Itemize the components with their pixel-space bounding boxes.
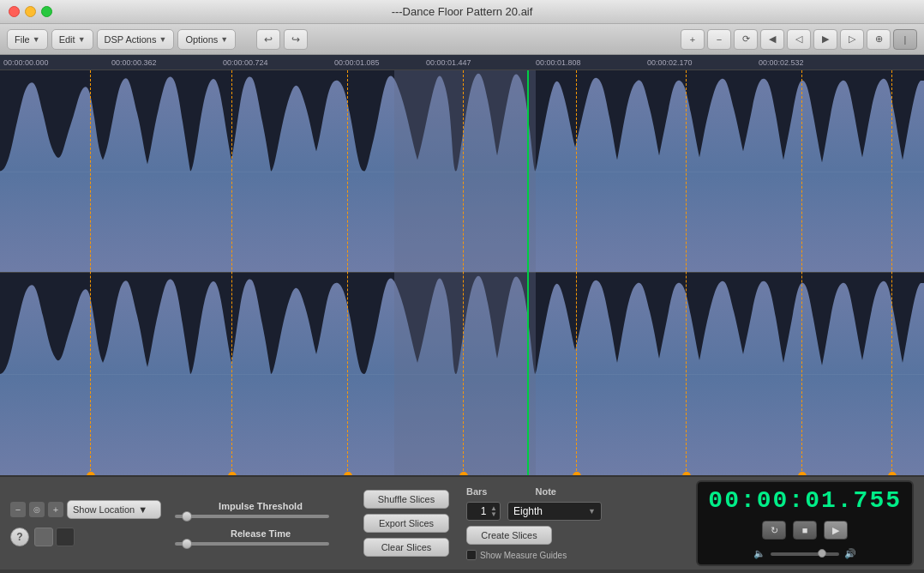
slice-marker-1[interactable]: [90, 70, 91, 475]
waveform-container[interactable]: 00:00:00.000 00:00:00.362 00:00:00.724 0…: [0, 55, 924, 475]
volume-thumb[interactable]: [818, 549, 826, 558]
bars-value: 1: [481, 505, 487, 517]
zoom-row: − ◎ + Show Location ▼: [10, 500, 161, 519]
show-measure-row: Show Measure Guides: [466, 550, 602, 560]
timeline-ruler: 00:00:00.000 00:00:00.362 00:00:00.724 0…: [0, 55, 924, 70]
options-menu[interactable]: Options ▼: [177, 29, 236, 50]
time-5: 00:00:01.808: [536, 58, 581, 67]
window-controls: [9, 6, 52, 17]
tool-zoom[interactable]: ▷: [840, 29, 864, 50]
note-value: Eighth: [513, 505, 543, 517]
toolbar: File ▼ Edit ▼ DSP Actions ▼ Options ▼ ↩ …: [0, 24, 924, 55]
dsp-arrow: ▼: [159, 35, 167, 44]
shuffle-slices-btn[interactable]: Shuffle Slices: [363, 490, 449, 509]
volume-high-icon: 🔊: [844, 548, 856, 559]
waveform-top: [0, 70, 924, 272]
impulse-threshold-row: Impulse Threshold: [175, 501, 346, 518]
tool-shear[interactable]: ◁: [787, 29, 811, 50]
slice-buttons: Shuffle Slices Export Slices Clear Slice…: [363, 490, 449, 557]
playhead: [527, 70, 529, 475]
note-select-arrow: ▼: [588, 507, 596, 516]
tool-cursor[interactable]: |: [893, 29, 917, 50]
dsp-actions-label: DSP Actions: [105, 34, 157, 45]
timer-display: 00:00:01.755 ↻ ■ ▶ 🔈 🔊: [696, 480, 914, 566]
transport-controls: ↻ ■ ▶: [762, 521, 848, 540]
loop-btn[interactable]: ↻: [762, 521, 786, 540]
bars-down-arrow[interactable]: ▼: [490, 510, 497, 518]
release-time-row: Release Time: [175, 528, 346, 546]
tool-loop[interactable]: ⟳: [734, 29, 758, 50]
bars-note-inputs: 1 ▲ ▼ Eighth ▼: [466, 502, 602, 521]
play-btn[interactable]: ▶: [824, 521, 848, 540]
zoom-fit-btn[interactable]: ◎: [29, 502, 45, 517]
dsp-actions-menu[interactable]: DSP Actions ▼: [97, 29, 175, 50]
impulse-threshold-thumb[interactable]: [182, 511, 192, 522]
release-time-thumb[interactable]: [182, 539, 192, 549]
slice-marker-6[interactable]: [686, 70, 687, 475]
stop-btn[interactable]: ■: [793, 521, 817, 540]
location-label: Show Location: [73, 504, 135, 515]
slice-marker-4[interactable]: [463, 70, 464, 475]
minimize-btn[interactable]: [25, 6, 36, 17]
time-1: 00:00:00.362: [111, 58, 157, 67]
maximize-btn[interactable]: [41, 6, 52, 17]
view-btn-1[interactable]: [34, 528, 53, 546]
time-2: 00:00:00.724: [223, 58, 268, 67]
center-controls: Impulse Threshold Release Time: [175, 501, 346, 546]
file-arrow: ▼: [33, 35, 40, 44]
time-0: 00:00:00.000: [3, 58, 49, 67]
impulse-threshold-slider[interactable]: [175, 515, 329, 518]
tool-subtract[interactable]: −: [707, 29, 731, 50]
tool-next[interactable]: ▶: [813, 29, 837, 50]
edit-arrow: ▼: [78, 35, 86, 44]
time-7: 00:00:02.532: [759, 58, 804, 67]
right-tools: + − ⟳ ◀ ◁ ▶ ▷ ⊕ |: [681, 29, 917, 50]
slice-marker-5[interactable]: [576, 70, 577, 475]
bars-spinner[interactable]: 1 ▲ ▼: [466, 502, 501, 521]
view-btn-2[interactable]: [56, 528, 75, 546]
zoom-out-btn[interactable]: −: [10, 502, 26, 517]
release-time-label: Release Time: [175, 528, 346, 539]
bars-note-section: Bars Note 1 ▲ ▼ Eighth ▼ Create Slices S…: [466, 486, 602, 560]
slice-marker-8[interactable]: [891, 70, 892, 475]
tool-add[interactable]: +: [681, 29, 705, 50]
slice-marker-2[interactable]: [231, 70, 232, 475]
time-4: 00:00:01.447: [426, 58, 471, 67]
channel-bottom: [0, 273, 924, 475]
impulse-threshold-label: Impulse Threshold: [175, 501, 346, 511]
redo-button[interactable]: ↪: [284, 29, 308, 50]
slice-marker-7[interactable]: [801, 70, 802, 475]
undo-button[interactable]: ↩: [256, 29, 280, 50]
view-buttons: [34, 528, 75, 546]
titlebar: ---Dance Floor Pattern 20.aif: [0, 0, 924, 24]
zoom-in-btn[interactable]: +: [48, 502, 63, 517]
left-controls: − ◎ + Show Location ▼ ?: [10, 500, 161, 546]
play-icon: ▶: [832, 525, 839, 536]
tool-info[interactable]: ⊕: [867, 29, 891, 50]
help-view-row: ?: [10, 528, 75, 546]
export-slices-btn[interactable]: Export Slices: [363, 514, 449, 533]
edit-label: Edit: [59, 34, 75, 45]
tool-prev[interactable]: ◀: [760, 29, 784, 50]
help-button[interactable]: ?: [10, 528, 29, 546]
bars-label: Bars: [466, 486, 487, 497]
bars-note-header: Bars Note: [466, 486, 602, 497]
volume-row: 🔈 🔊: [753, 548, 856, 559]
note-label: Note: [535, 486, 555, 497]
volume-slider[interactable]: [771, 552, 839, 556]
show-measure-checkbox[interactable]: [466, 550, 477, 560]
channel-top: [0, 70, 924, 273]
note-select[interactable]: Eighth ▼: [507, 502, 602, 521]
clear-slices-btn[interactable]: Clear Slices: [363, 538, 449, 557]
bottom-panel: − ◎ + Show Location ▼ ? Impulse Threshol…: [0, 475, 924, 570]
slice-marker-3[interactable]: [347, 70, 348, 475]
loop-icon: ↻: [771, 525, 778, 536]
close-btn[interactable]: [9, 6, 20, 17]
location-dropdown[interactable]: Show Location ▼: [67, 500, 161, 519]
release-time-slider[interactable]: [175, 542, 329, 546]
file-menu[interactable]: File ▼: [7, 29, 48, 50]
timer-value: 00:00:01.755: [708, 487, 902, 514]
create-slices-btn[interactable]: Create Slices: [466, 526, 552, 545]
waveform-area[interactable]: [0, 70, 924, 475]
edit-menu[interactable]: Edit ▼: [51, 29, 93, 50]
